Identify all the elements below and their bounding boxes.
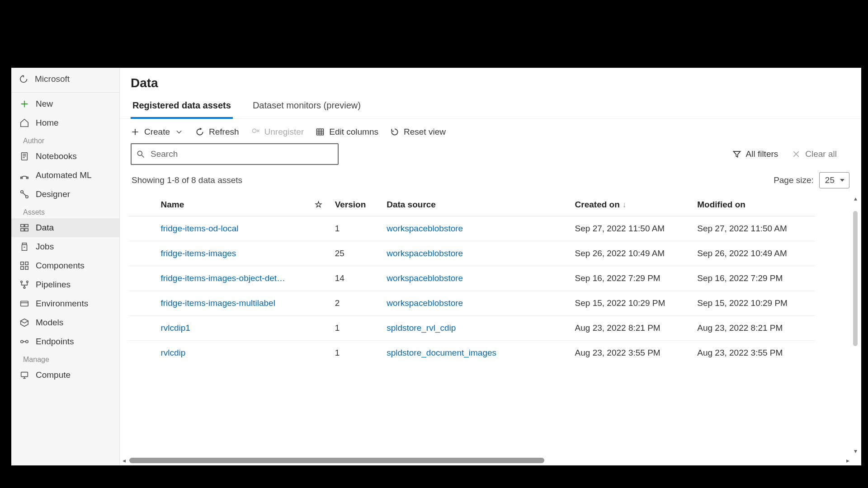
tab-monitors[interactable]: Dataset monitors (preview): [251, 97, 363, 119]
table-row[interactable]: fridge-items-images25workspaceblobstoreS…: [128, 241, 815, 266]
edit-columns-button[interactable]: Edit columns: [316, 127, 378, 137]
toolbar-label: Create: [144, 127, 170, 137]
asset-name-link[interactable]: rvlcdip1: [160, 323, 190, 333]
sidebar-item-environments[interactable]: Environments: [11, 294, 119, 313]
asset-created: Aug 23, 2022 8:21 PM: [571, 316, 693, 341]
environments-icon: [19, 299, 29, 309]
sidebar-item-compute[interactable]: Compute: [11, 366, 119, 385]
main-panel: Data Registered data assets Dataset moni…: [120, 68, 861, 465]
datasource-link[interactable]: spldstore_document_images: [387, 348, 496, 357]
sidebar-item-endpoints[interactable]: Endpoints: [11, 332, 119, 351]
asset-name-link[interactable]: fridge-items-images-multilabel: [160, 298, 275, 308]
scroll-up-icon[interactable]: ▴: [854, 195, 857, 202]
col-header-created[interactable]: Created on↓: [571, 193, 693, 216]
star-icon: ☆: [315, 200, 322, 209]
sidebar-item-automl[interactable]: Automated ML: [11, 166, 119, 185]
scroll-thumb[interactable]: [853, 211, 858, 346]
status-row: Showing 1-8 of 8 data assets Page size: …: [120, 169, 861, 193]
table-row[interactable]: rvlcdip1spldstore_document_imagesAug 23,…: [128, 341, 815, 359]
sidebar-item-pipelines[interactable]: Pipelines: [11, 275, 119, 294]
page-size-select[interactable]: 25: [819, 172, 849, 188]
sidebar-item-components[interactable]: Components: [11, 256, 119, 275]
table-row[interactable]: fridge-items-images-object-det…14workspa…: [128, 266, 815, 291]
filter-label: All filters: [746, 149, 778, 159]
search-filter-row: All filters Clear all: [120, 142, 861, 169]
unregister-icon: [251, 127, 260, 136]
automl-icon: [19, 170, 29, 180]
svg-rect-8: [25, 229, 28, 231]
sidebar-item-notebooks[interactable]: Notebooks: [11, 147, 119, 166]
scroll-down-icon[interactable]: ▾: [854, 447, 857, 455]
sidebar-item-label: Designer: [36, 189, 70, 199]
horizontal-scrollbar[interactable]: ◂ ▸: [122, 456, 850, 465]
columns-icon: [316, 127, 325, 136]
svg-rect-6: [25, 225, 28, 227]
clear-all-button[interactable]: Clear all: [792, 149, 837, 159]
components-icon: [19, 261, 29, 271]
sidebar-item-label: Models: [36, 318, 63, 328]
sidebar-item-designer[interactable]: Designer: [11, 185, 119, 204]
svg-rect-16: [21, 301, 28, 306]
workspace-switcher[interactable]: Microsoft: [11, 68, 119, 90]
refresh-button[interactable]: Refresh: [195, 127, 239, 137]
scroll-left-icon[interactable]: ◂: [122, 457, 127, 464]
page-size-label: Page size:: [774, 175, 814, 185]
sidebar-item-models[interactable]: Models: [11, 313, 119, 332]
search-box[interactable]: [131, 143, 339, 165]
asset-version: 2: [330, 291, 382, 316]
asset-created: Sep 27, 2022 11:50 AM: [571, 216, 693, 241]
datasource-link[interactable]: workspaceblobstore: [387, 273, 463, 283]
scroll-thumb[interactable]: [129, 458, 544, 463]
sidebar-item-label: Automated ML: [36, 170, 92, 180]
asset-created: Sep 26, 2022 10:49 AM: [571, 241, 693, 266]
sidebar-item-jobs[interactable]: Jobs: [11, 237, 119, 256]
sidebar-item-data[interactable]: Data: [11, 218, 119, 237]
datasource-link[interactable]: spldstore_rvl_cdip: [387, 323, 456, 333]
sidebar-item-home[interactable]: Home: [11, 113, 119, 132]
svg-point-13: [21, 281, 23, 283]
col-header-version[interactable]: Version: [330, 193, 382, 216]
asset-modified: Sep 15, 2022 10:29 PM: [693, 291, 815, 316]
workspace-name: Microsoft: [35, 74, 70, 84]
datasource-link[interactable]: workspaceblobstore: [387, 249, 463, 258]
col-header-favorite[interactable]: ☆: [307, 193, 330, 216]
asset-version: 14: [330, 266, 382, 291]
svg-point-14: [27, 281, 28, 283]
endpoints-icon: [19, 337, 29, 347]
asset-name-link[interactable]: fridge-items-od-local: [160, 224, 238, 233]
sidebar-item-new[interactable]: New: [11, 94, 119, 113]
scroll-right-icon[interactable]: ▸: [845, 457, 850, 464]
all-filters-button[interactable]: All filters: [732, 149, 778, 159]
table-row[interactable]: rvlcdip11spldstore_rvl_cdipAug 23, 2022 …: [128, 316, 815, 341]
scroll-track[interactable]: [853, 202, 858, 447]
datasource-link[interactable]: workspaceblobstore: [387, 224, 463, 233]
compute-icon: [19, 370, 29, 380]
svg-rect-5: [21, 225, 24, 227]
col-header-modified[interactable]: Modified on: [693, 193, 815, 216]
notebook-icon: [19, 151, 29, 161]
sidebar-item-label: Home: [36, 118, 59, 128]
svg-point-22: [137, 151, 142, 155]
col-header-source[interactable]: Data source: [382, 193, 570, 216]
table-row[interactable]: fridge-items-images-multilabel2workspace…: [128, 291, 815, 316]
svg-rect-12: [25, 267, 28, 269]
table-scroll[interactable]: Name ☆ Version Data source Created on↓ M…: [128, 193, 850, 456]
table-row[interactable]: fridge-items-od-local1workspaceblobstore…: [128, 216, 815, 241]
close-icon: [792, 150, 801, 159]
asset-name-link[interactable]: fridge-items-images: [160, 249, 236, 258]
datasource-link[interactable]: workspaceblobstore: [387, 298, 463, 308]
create-button[interactable]: Create: [131, 127, 184, 137]
toolbar-label: Edit columns: [329, 127, 378, 137]
asset-name-link[interactable]: fridge-items-images-object-det…: [160, 273, 285, 283]
asset-name-link[interactable]: rvlcdip: [160, 348, 185, 357]
scroll-track[interactable]: [128, 458, 844, 463]
search-input[interactable]: [150, 149, 333, 160]
sidebar-item-label: Components: [36, 261, 85, 271]
unregister-button[interactable]: Unregister: [251, 127, 304, 137]
showing-status: Showing 1-8 of 8 data assets: [132, 175, 242, 185]
col-header-name[interactable]: Name: [156, 193, 307, 216]
tab-registered[interactable]: Registered data assets: [131, 97, 233, 119]
reset-view-button[interactable]: Reset view: [390, 127, 446, 137]
sidebar-item-label: Compute: [36, 370, 71, 380]
vertical-scrollbar[interactable]: ▴ ▾: [851, 195, 859, 455]
